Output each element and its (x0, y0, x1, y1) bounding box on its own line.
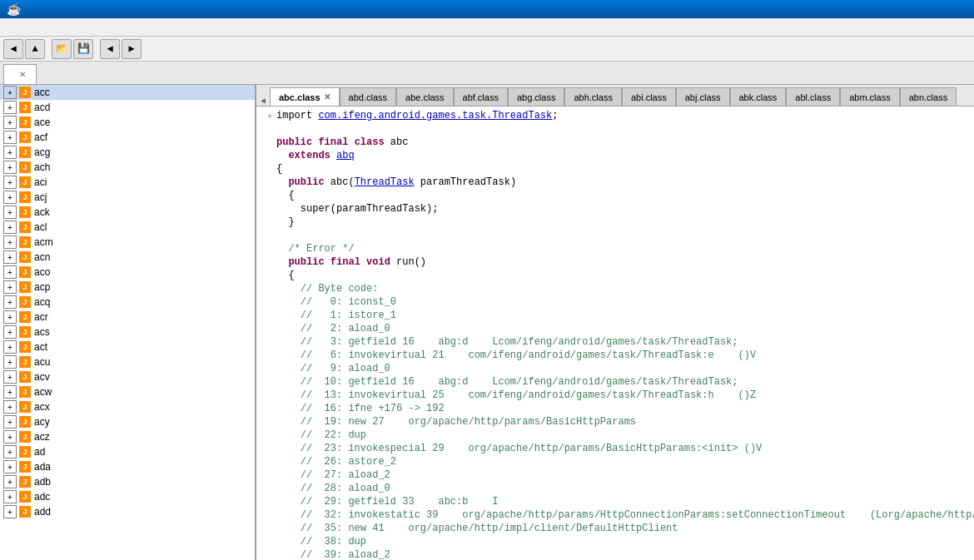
inner-tab-9[interactable]: abl.class (786, 87, 840, 106)
code-text: // 39: aload_2 (276, 549, 390, 560)
tree-expand-icon[interactable]: + (3, 235, 17, 249)
tree-expand-icon[interactable]: + (3, 325, 17, 339)
tree-item-acg[interactable]: + J acg (0, 145, 255, 160)
tree-expand-icon[interactable]: + (3, 475, 17, 488)
toolbar-next[interactable]: ▶ (122, 39, 142, 59)
inner-tab-7[interactable]: abj.class (676, 87, 730, 106)
toolbar-back[interactable]: ◀ (3, 39, 23, 59)
tree-item-adc[interactable]: + J adc (0, 489, 255, 504)
tree-expand-icon[interactable]: + (3, 355, 17, 369)
outer-tab-jar[interactable]: ✕ (3, 64, 37, 84)
inner-tab-11[interactable]: abn.class (900, 87, 957, 106)
tree-expand-icon[interactable]: + (3, 505, 17, 518)
tree-item-acj[interactable]: + J acj (0, 190, 255, 205)
tree-item-acz[interactable]: + J acz (0, 429, 255, 444)
inner-tab-2[interactable]: abe.class (396, 87, 453, 106)
tree-item-acf[interactable]: + J acf (0, 130, 255, 145)
code-text: super(paramThreadTask); (276, 203, 438, 215)
inner-tab-0[interactable]: abc.class✕ (270, 87, 340, 106)
menu-navigate[interactable] (27, 26, 40, 29)
class-icon: J (18, 445, 32, 458)
tree-expand-icon[interactable]: + (3, 490, 17, 503)
tree-expand-icon[interactable]: + (3, 191, 17, 204)
tree-expand-icon[interactable]: + (3, 206, 17, 219)
tree-expand-icon[interactable]: + (3, 415, 17, 429)
line-expand-icon[interactable]: + (263, 110, 276, 123)
inner-tab-3[interactable]: abf.class (454, 87, 508, 106)
inner-tab-label: abn.class (909, 92, 947, 102)
tree-item-acw[interactable]: + J acw (0, 384, 255, 399)
tree-item-ace[interactable]: + J ace (0, 115, 255, 130)
code-text: // 3: getfield 16 abg:d Lcom/ifeng/andro… (276, 336, 738, 348)
tree-expand-icon[interactable]: + (3, 280, 17, 294)
tree-expand-icon[interactable]: + (3, 221, 17, 234)
tree-expand-icon[interactable]: + (3, 116, 17, 129)
tree-expand-icon[interactable]: + (3, 101, 17, 114)
menu-edit[interactable] (13, 26, 27, 29)
tree-item-ad[interactable]: + J ad (0, 444, 255, 459)
tree-item-acx[interactable]: + J acx (0, 399, 255, 414)
tree-item-acc[interactable]: + J acc (0, 85, 255, 100)
tree-expand-icon[interactable]: + (3, 460, 17, 473)
tree-item-ada[interactable]: + J ada (0, 459, 255, 474)
tree-expand-icon[interactable]: + (3, 86, 17, 99)
code-line: // 38: dup (256, 536, 974, 549)
tree-item-acp[interactable]: + J acp (0, 280, 255, 295)
inner-tab-4[interactable]: abg.class (508, 87, 564, 106)
inner-tab-8[interactable]: abk.class (730, 87, 787, 106)
tree-expand-icon[interactable]: + (3, 400, 17, 414)
toolbar-up[interactable]: ▲ (25, 39, 45, 59)
inner-tab-1[interactable]: abd.class (340, 87, 396, 106)
tree-expand-icon[interactable]: + (3, 385, 17, 399)
tree-item-aci[interactable]: + J aci (0, 175, 255, 190)
toolbar-prev[interactable]: ◀ (100, 39, 120, 59)
tree-expand-icon[interactable]: + (3, 430, 17, 444)
tree-item-acd[interactable]: + J acd (0, 100, 255, 115)
tree-expand-icon[interactable]: + (3, 131, 17, 144)
line-expand-icon (263, 230, 276, 243)
inner-tab-10[interactable]: abm.class (840, 87, 900, 106)
outer-tab-close[interactable]: ✕ (19, 70, 26, 79)
menu-file[interactable] (0, 26, 13, 29)
inner-tab-5[interactable]: abh.class (564, 87, 621, 106)
line-expand-icon (263, 283, 276, 296)
inner-tab-label: abj.class (685, 92, 721, 102)
left-panel[interactable]: + J acc + J acd + J ace + J acf + J acg … (0, 85, 256, 560)
tree-expand-icon[interactable]: + (3, 176, 17, 189)
code-area[interactable]: +import com.ifeng.android.games.task.Thr… (256, 107, 974, 560)
tree-item-acl[interactable]: + J acl (0, 220, 255, 235)
tree-item-acr[interactable]: + J acr (0, 310, 255, 325)
tree-item-ack[interactable]: + J ack (0, 205, 255, 220)
inner-tab-close[interactable]: ✕ (324, 92, 330, 102)
tree-expand-icon[interactable]: + (3, 370, 17, 384)
tree-item-acu[interactable]: + J acu (0, 354, 255, 369)
toolbar-save[interactable]: 💾 (73, 39, 93, 59)
tree-item-adb[interactable]: + J adb (0, 474, 255, 489)
tree-expand-icon[interactable]: + (3, 445, 17, 458)
tree-item-acm[interactable]: + J acm (0, 235, 255, 250)
tab-scroll-left[interactable]: ◀ (256, 96, 270, 106)
tree-expand-icon[interactable]: + (3, 310, 17, 324)
tree-expand-icon[interactable]: + (3, 161, 17, 174)
toolbar-open[interactable]: 📂 (52, 39, 72, 59)
line-expand-icon (263, 349, 276, 363)
code-text: // 28: aload_0 (276, 483, 390, 494)
tree-item-add[interactable]: + J add (0, 504, 255, 519)
inner-tab-6[interactable]: abi.class (622, 87, 676, 106)
tree-item-act[interactable]: + J act (0, 339, 255, 354)
menu-help[interactable] (53, 26, 67, 29)
tree-expand-icon[interactable]: + (3, 340, 17, 354)
tree-item-acy[interactable]: + J acy (0, 414, 255, 429)
tree-item-acn[interactable]: + J acn (0, 250, 255, 265)
tree-expand-icon[interactable]: + (3, 250, 17, 264)
tree-item-aco[interactable]: + J aco (0, 265, 255, 280)
tree-item-acs[interactable]: + J acs (0, 325, 255, 339)
tree-item-acv[interactable]: + J acv (0, 369, 255, 384)
tree-expand-icon[interactable]: + (3, 265, 17, 279)
tree-item-ach[interactable]: + J ach (0, 160, 255, 175)
tree-item-acq[interactable]: + J acq (0, 295, 255, 310)
tree-expand-icon[interactable]: + (3, 295, 17, 309)
menu-search[interactable] (40, 26, 53, 29)
tree-item-label: add (34, 506, 51, 518)
tree-expand-icon[interactable]: + (3, 146, 17, 159)
